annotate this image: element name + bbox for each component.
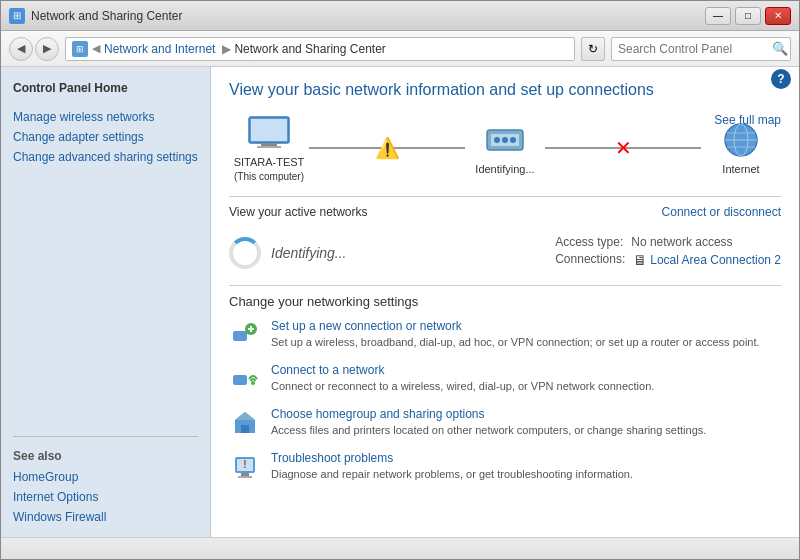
sidebar-home[interactable]: Control Panel Home xyxy=(1,77,210,99)
see-full-map-link[interactable]: See full map xyxy=(714,113,781,127)
window-title: Network and Sharing Center xyxy=(31,9,182,23)
breadcrumb-separator1: ◀ xyxy=(92,42,100,55)
access-type-label: Access type: xyxy=(555,235,623,249)
page-title: View your basic network information and … xyxy=(229,81,781,99)
network-details: Access type: No network access Connectio… xyxy=(555,235,781,271)
local-area-connection-link[interactable]: Local Area Connection 2 xyxy=(650,253,781,267)
setting-item-2: Choose homegroup and sharing options Acc… xyxy=(229,407,781,439)
svg-rect-2 xyxy=(261,143,277,146)
sidebar-windows-firewall[interactable]: Windows Firewall xyxy=(1,507,210,527)
breadcrumb-arrow: ▶ xyxy=(222,42,231,56)
svg-point-19 xyxy=(251,381,255,385)
sidebar: Control Panel Home Manage wireless netwo… xyxy=(1,67,211,537)
svg-rect-1 xyxy=(251,119,287,141)
active-networks-header: View your active networks Connect or dis… xyxy=(229,196,781,219)
setting-item-1: Connect to a network Connect or reconnec… xyxy=(229,363,781,395)
sidebar-divider xyxy=(13,436,198,437)
status-bar xyxy=(1,537,799,559)
troubleshoot-desc: Diagnose and repair network problems, or… xyxy=(271,468,633,480)
connector-2: ✕ xyxy=(545,128,701,168)
svg-rect-23 xyxy=(241,473,249,476)
identifying-status: Identifying... xyxy=(271,245,347,261)
search-input[interactable] xyxy=(618,42,768,56)
troubleshoot-icon: ! xyxy=(229,451,261,483)
refresh-button[interactable]: ↻ xyxy=(581,37,605,61)
computer-label: SITARA-TEST xyxy=(234,156,305,168)
setup-connection-desc: Set up a wireless, broadband, dial-up, a… xyxy=(271,336,760,348)
svg-point-6 xyxy=(494,137,500,143)
connect-disconnect-link[interactable]: Connect or disconnect xyxy=(662,205,781,219)
content-pane: View your basic network information and … xyxy=(211,67,799,537)
access-type-value: No network access xyxy=(631,235,732,249)
window-controls: — □ ✕ xyxy=(705,7,791,25)
svg-rect-20 xyxy=(241,425,249,433)
svg-rect-18 xyxy=(233,375,247,385)
help-button[interactable]: ? xyxy=(771,69,791,89)
svg-rect-14 xyxy=(233,331,247,341)
breadcrumb-current: Network and Sharing Center xyxy=(234,42,385,56)
svg-point-8 xyxy=(510,137,516,143)
sidebar-manage-wireless[interactable]: Manage wireless networks xyxy=(1,107,210,127)
internet-label: Internet xyxy=(722,163,759,175)
network-spinner xyxy=(229,237,261,269)
new-connection-icon xyxy=(229,319,261,351)
computer-node: SITARA-TEST (This computer) xyxy=(229,113,309,182)
see-also-label: See also xyxy=(1,445,210,467)
connector-1: ⚠️ xyxy=(309,128,465,168)
homegroup-icon xyxy=(229,407,261,439)
setup-connection-link[interactable]: Set up a new connection or network xyxy=(271,319,760,333)
maximize-button[interactable]: □ xyxy=(735,7,761,25)
setting-item-0: Set up a new connection or network Set u… xyxy=(229,319,781,351)
homegroup-link[interactable]: Choose homegroup and sharing options xyxy=(271,407,706,421)
sidebar-adapter-settings[interactable]: Change adapter settings xyxy=(1,127,210,147)
network-diagram: SITARA-TEST (This computer) ⚠️ xyxy=(229,113,781,182)
connections-label: Connections: xyxy=(555,252,625,268)
svg-text:!: ! xyxy=(243,459,246,470)
forward-button[interactable]: ▶ xyxy=(35,37,59,61)
search-icon[interactable]: 🔍 xyxy=(772,41,788,56)
identifying-label: Identifying... xyxy=(475,163,534,175)
svg-rect-3 xyxy=(257,146,281,148)
connection-type-icon: 🖥 xyxy=(633,252,647,268)
homegroup-desc: Access files and printers located on oth… xyxy=(271,424,706,436)
computer-sublabel: (This computer) xyxy=(234,171,304,182)
error-icon: ✕ xyxy=(615,136,632,160)
setting-item-3: ! Troubleshoot problems Diagnose and rep… xyxy=(229,451,781,483)
title-bar: ⊞ Network and Sharing Center — □ ✕ xyxy=(1,1,799,31)
internet-node: Internet xyxy=(701,120,781,175)
connect-network-link[interactable]: Connect to a network xyxy=(271,363,654,377)
router-icon xyxy=(481,120,529,160)
address-bar: ◀ ▶ ⊞ ◀ Network and Internet ▶ Network a… xyxy=(1,31,799,67)
svg-rect-24 xyxy=(238,476,252,478)
computer-icon xyxy=(245,113,293,153)
close-button[interactable]: ✕ xyxy=(765,7,791,25)
sidebar-internet-options[interactable]: Internet Options xyxy=(1,487,210,507)
breadcrumb[interactable]: ⊞ ◀ Network and Internet ▶ Network and S… xyxy=(65,37,575,61)
window-icon: ⊞ xyxy=(9,8,25,24)
sidebar-advanced-sharing[interactable]: Change advanced sharing settings xyxy=(1,147,210,167)
connect-network-desc: Connect or reconnect to a wireless, wire… xyxy=(271,380,654,392)
active-network-row: Identifying... Access type: No network a… xyxy=(229,227,781,285)
troubleshoot-link[interactable]: Troubleshoot problems xyxy=(271,451,633,465)
settings-section-title: Change your networking settings xyxy=(229,285,781,309)
minimize-button[interactable]: — xyxy=(705,7,731,25)
warning-icon: ⚠️ xyxy=(375,136,400,160)
breadcrumb-icon: ⊞ xyxy=(72,41,88,57)
search-box[interactable]: 🔍 xyxy=(611,37,791,61)
active-networks-label: View your active networks xyxy=(229,205,368,219)
back-button[interactable]: ◀ xyxy=(9,37,33,61)
svg-point-7 xyxy=(502,137,508,143)
identifying-node: Identifying... xyxy=(465,120,545,175)
sidebar-homegroup[interactable]: HomeGroup xyxy=(1,467,210,487)
connect-network-icon xyxy=(229,363,261,395)
breadcrumb-network-internet[interactable]: Network and Internet xyxy=(104,42,215,56)
